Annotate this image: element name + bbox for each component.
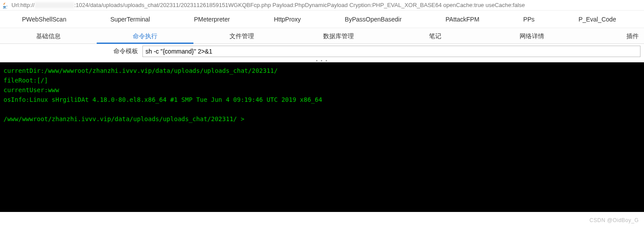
top-tab-superterminal[interactable]: SuperTerminal	[88, 11, 172, 28]
redacted-host	[35, 2, 74, 8]
url-scheme: Url:http://	[11, 2, 35, 8]
sub-tab-dbmgr[interactable]: 数据库管理	[290, 28, 387, 44]
title-cryption: Cryption:PHP_EVAL_XOR_BASE64	[348, 2, 442, 8]
command-template-label: 命令模板	[0, 47, 142, 55]
title-opencache: openCache:true	[442, 2, 484, 8]
command-template-row: 命令模板	[0, 44, 644, 59]
top-tab-pwebshellscan[interactable]: PWebShellScan	[0, 11, 88, 28]
sub-tab-filemgr[interactable]: 文件管理	[193, 28, 290, 44]
sub-tab-cmdexec[interactable]: 命令执行	[97, 28, 193, 44]
top-tab-bypassopenbasedir[interactable]: ByPassOpenBasedir	[323, 11, 423, 28]
command-template-input[interactable]	[142, 46, 640, 57]
top-tab-pps[interactable]: PPs	[501, 11, 557, 28]
top-tab-pattackfpm[interactable]: PAttackFPM	[424, 11, 502, 28]
sub-tabs: 基础信息 命令执行 文件管理 数据库管理 笔记 网络详情 插件	[0, 28, 644, 44]
sub-tab-netinfo[interactable]: 网络详情	[484, 28, 580, 44]
split-grip[interactable]: • • •	[0, 59, 644, 62]
terminal-output[interactable]: currentDir:/www/wwwroot/zhanzhi.ivvv.vip…	[0, 62, 644, 212]
java-icon	[2, 2, 9, 9]
window-titlebar: Url:http://:1024/data/uploads/uploads_ch…	[0, 0, 644, 11]
top-tabs: PWebShellScan SuperTerminal PMeterpreter…	[0, 11, 644, 28]
top-tab-ports[interactable]: PortS	[638, 11, 644, 28]
top-tab-pevalcode[interactable]: P_Eval_Code	[557, 11, 638, 28]
watermark: CSDN @OidBoy_G	[589, 217, 639, 223]
title-url: Url:http://:1024/data/uploads/uploads_ch…	[11, 2, 525, 9]
sub-tab-notes[interactable]: 笔记	[387, 28, 484, 44]
title-payload: Payload:PhpDynamicPayload	[271, 2, 348, 8]
sub-tab-plugin[interactable]: 插件	[621, 28, 644, 44]
url-path: :1024/data/uploads/uploads_chat/202311/2…	[74, 2, 271, 8]
top-tab-httpproxy[interactable]: HttpProxy	[252, 11, 323, 28]
title-usecache: useCache:false	[484, 2, 525, 8]
top-tab-pmeterpreter[interactable]: PMeterpreter	[172, 11, 252, 28]
sub-tab-basicinfo[interactable]: 基础信息	[0, 28, 97, 44]
